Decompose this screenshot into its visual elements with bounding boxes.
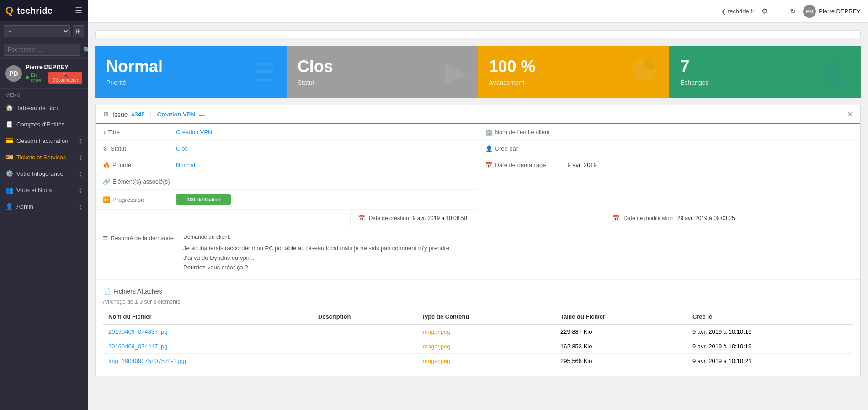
avatar: PD	[5, 65, 22, 82]
building-icon: 🏢	[485, 129, 493, 136]
calendar-icon: 📅	[485, 162, 493, 168]
field-progression-dates	[96, 210, 351, 226]
refresh-icon[interactable]: ↻	[790, 7, 796, 16]
user-icon: 👤	[485, 145, 493, 152]
sidebar-item-label: Vous et Nous	[16, 187, 52, 194]
sidebar-controls: - ⊞	[0, 21, 88, 41]
page-breadcrumb	[95, 30, 861, 38]
sidebar-item-label: Tickets et Services	[16, 154, 66, 161]
progress-icon: ⏩	[103, 196, 110, 203]
col-created: Créé le	[687, 310, 853, 324]
sidebar-item-tableau-de-bord[interactable]: 🏠 Tableau de Bord	[0, 100, 88, 116]
col-filename: Nom du Fichier	[103, 310, 313, 324]
col-size: Taille du Fichier	[555, 310, 687, 324]
stat-content-statut: Clos Statut	[298, 57, 333, 86]
sidebar-dropdown[interactable]: -	[4, 25, 70, 37]
sidebar-item-vous-et-nous[interactable]: 👥 Vous et Nous ❮	[0, 182, 88, 198]
user-info: Pierre DEPREY En ligne 🔌 Déconnecter	[26, 63, 82, 84]
sidebar-search-area: 🔍	[0, 41, 88, 59]
main-area: ❮ techride.fr ⚙ ⛶ ↻ PD Pierre DEPREY Nor…	[88, 0, 868, 410]
desc-2	[313, 339, 416, 354]
table-row: 20190409_074417.jpg image/jpeg 162,853 K…	[103, 339, 853, 354]
field-titre-row: ↑ Titre Creation VPN	[96, 124, 478, 141]
created-3: 9 avr. 2019 à 10:10:21	[687, 354, 853, 368]
field-priorite-row: 🔥 Priorité Normal	[96, 157, 478, 173]
issue-number: #345	[131, 111, 144, 118]
stat-icon-avancement	[631, 55, 658, 89]
stat-icon-echanges: 👤	[818, 57, 850, 87]
col-type: Type de Contenu	[416, 310, 555, 324]
issue-close-button[interactable]: ✕	[847, 110, 853, 119]
chevron-right-icon-2: ❮	[79, 155, 82, 160]
date-modification-label: Date de modification	[623, 215, 673, 221]
user-name: Pierre DEPREY	[26, 63, 82, 70]
date-demarrage-label: 📅 Date de démarrage	[485, 162, 568, 168]
stat-card-statut: Clos Statut ▶	[287, 46, 478, 98]
summary-row: ☰ Résumé de la demande Demande du client…	[96, 226, 860, 280]
sidebar-item-admin[interactable]: 👤 Admin ❮	[0, 198, 88, 215]
chevron-right-icon-4: ❮	[79, 188, 82, 193]
menu-label: Menu	[0, 89, 88, 100]
cree-par-label: 👤 Créé par	[485, 145, 568, 152]
type-3: image/jpeg	[416, 354, 555, 368]
progression-label: ⏩ Progression	[103, 196, 176, 203]
issue-minimize-button[interactable]: —	[199, 111, 205, 118]
link-icon: 🔗	[103, 178, 110, 185]
issue-right-fields: 🏢 Nom de l'entité client 👤 Créé par	[478, 124, 861, 210]
sidebar-item-label: Admin	[16, 203, 33, 210]
titre-label: ↑ Titre	[103, 129, 176, 136]
search-input[interactable]	[4, 44, 80, 56]
sidebar-item-label: Comptes d'Entités	[16, 121, 64, 128]
disconnect-button[interactable]: 🔌 Déconnecter	[48, 72, 82, 84]
stat-value-avancement: 100 %	[489, 57, 536, 76]
infogerance-icon: ⚙️	[5, 170, 13, 177]
file-link-1[interactable]: 20190409_074837.jpg	[103, 324, 313, 339]
progress-bar-outer: 100 % Réalisé	[176, 194, 231, 205]
topbar-user[interactable]: PD Pierre DEPREY	[803, 5, 861, 18]
topbar-avatar: PD	[803, 5, 816, 18]
attachments-table: Nom du Fichier Description Type de Conte…	[103, 310, 853, 368]
elements-label: 🔗 Élément(s) associé(s)	[103, 178, 176, 185]
file-link-2[interactable]: 20190409_074417.jpg	[103, 339, 313, 354]
summary-text-2: J'ai vu du Dyndns ou vpn...	[183, 253, 451, 263]
type-2: image/jpeg	[416, 339, 555, 354]
created-1: 9 avr. 2019 à 10:10:19	[687, 324, 853, 339]
sidebar-item-comptes-entites[interactable]: 📋 Comptes d'Entités	[0, 116, 88, 132]
stat-label-priorite: Priorité	[106, 79, 163, 86]
summary-text-3: Pourriez-vous créer ça ?	[183, 263, 451, 273]
attachments-header-row: Nom du Fichier Description Type de Conte…	[103, 310, 853, 324]
summary-label: ☰ Résumé de la demande	[103, 234, 176, 272]
sidebar-grid-button[interactable]: ⊞	[73, 25, 84, 37]
site-link[interactable]: ❮ techride.fr	[721, 8, 754, 15]
stat-icon-statut: ▶	[445, 55, 467, 89]
sidebar-logo: Q techride ☰	[0, 0, 88, 21]
issue-separator: |	[150, 111, 151, 118]
status-text: En ligne	[31, 72, 47, 83]
hamburger-icon[interactable]: ☰	[75, 5, 82, 16]
table-row: 20190409_074837.jpg image/jpeg 229,887 K…	[103, 324, 853, 339]
stat-value-echanges: 7	[680, 57, 708, 76]
fullscreen-icon[interactable]: ⛶	[775, 7, 783, 16]
logo-q: Q	[5, 5, 13, 16]
type-1: image/jpeg	[416, 324, 555, 339]
sidebar-item-tickets-services[interactable]: 🎫 Tickets et Services ❮	[0, 149, 88, 165]
statut-label: ⚙ Statut	[103, 145, 176, 152]
logo-text: techride	[17, 5, 53, 16]
sidebar-item-gestion-facturation[interactable]: 💳 Gestion Facturation ❮	[0, 132, 88, 149]
sidebar-item-label: Votre Infogérance	[16, 170, 64, 177]
settings-icon[interactable]: ⚙	[761, 7, 768, 16]
stat-card-avancement: 100 % Avancement	[478, 46, 670, 98]
file-link-3[interactable]: Img_190409075807574-1.jpg	[103, 354, 313, 368]
entities-icon: 📋	[5, 121, 13, 128]
field-cree-par-row: 👤 Créé par	[478, 141, 861, 157]
desc-3	[313, 354, 416, 368]
dates-row: 📅 Date de création 9 avr. 2019 à 10:08:5…	[96, 210, 860, 226]
stat-card-priorite: Normal Priorité ☰	[95, 46, 287, 98]
field-date-modification: 📅 Date de modification 29 avr. 2019 à 09…	[605, 210, 860, 226]
stat-label-statut: Statut	[298, 79, 333, 86]
stat-label-avancement: Avancement	[489, 79, 536, 86]
stat-card-echanges: 7 Échanges 👤	[669, 46, 861, 98]
field-statut-row: ⚙ Statut Clos	[96, 141, 478, 157]
stat-icon-priorite: ☰	[253, 57, 276, 87]
sidebar-item-votre-infogerance[interactable]: ⚙️ Votre Infogérance ❮	[0, 165, 88, 182]
